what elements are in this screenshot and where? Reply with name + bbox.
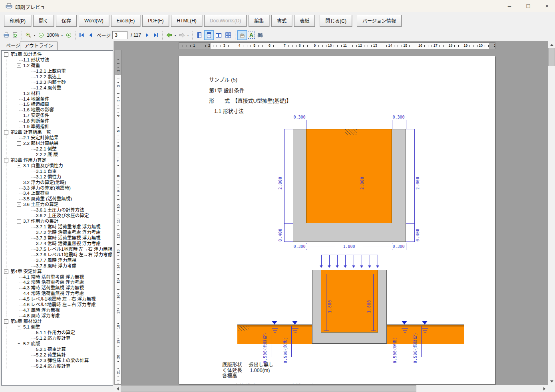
outline-item[interactable]: 3.5 風荷重 (活荷重無視) — [2, 196, 113, 202]
vertical-scrollbar[interactable] — [548, 41, 555, 385]
scroll-down-icon[interactable] — [548, 378, 555, 385]
outline-item[interactable]: 3.7.5 レベル1地震時 左→右 浮力無視 — [2, 247, 113, 252]
collapse-icon[interactable]: − — [17, 325, 21, 329]
outline-item[interactable]: 1.2.1 上載荷重 — [2, 69, 113, 74]
outline-item[interactable]: 1.5 構造細目 — [2, 102, 113, 107]
outline-item[interactable]: 4.1 常時 活荷重考慮 浮力無視 — [2, 275, 113, 280]
outline-item[interactable]: 5.2.3 弾性床上の梁の計算 — [2, 358, 113, 364]
outline-item[interactable]: 1.7 安定条件 — [2, 113, 113, 119]
outline-item[interactable]: 4.6 レベル1地震時 左→右 浮力考慮 — [2, 302, 113, 308]
outline-item[interactable]: 3.7.2 常時 活荷重考慮 浮力考慮 — [2, 230, 113, 236]
zoom-level-caret[interactable]: ▼ — [61, 34, 64, 37]
two-page-view-icon[interactable] — [214, 30, 223, 40]
outline-item[interactable]: 1.2.3 内部土砂 — [2, 80, 113, 85]
outline-item[interactable]: −5.2 底版 — [2, 341, 113, 347]
collapse-icon[interactable]: − — [17, 342, 21, 346]
collapse-icon[interactable]: − — [4, 158, 8, 162]
last-page-icon[interactable] — [152, 30, 160, 40]
maximize-button[interactable]: □ — [519, 0, 537, 12]
outline-item[interactable]: −第4章 安定計算 — [2, 269, 113, 275]
outline-item[interactable]: 1.1 形状寸法 — [2, 57, 113, 63]
outline-item[interactable]: 5.2.1 荷重計算 — [2, 347, 113, 352]
outline-item[interactable]: −3.7 作用力の集計 — [2, 219, 113, 224]
outline-item[interactable]: −第5章 部材設計 — [2, 319, 113, 325]
toolbar-button-表紙[interactable]: 表紙 — [294, 15, 315, 27]
page-number-input[interactable] — [112, 31, 127, 39]
outline-item[interactable]: −第1章 設計条件 — [2, 52, 113, 57]
first-page-icon[interactable] — [78, 30, 86, 40]
outline-item[interactable]: −第3章 作用力算定 — [2, 158, 113, 163]
outline-item[interactable]: 1.8 判断条件 — [2, 119, 113, 124]
scroll-right-icon[interactable] — [541, 385, 548, 392]
zoom-level-value[interactable]: 100% — [47, 30, 59, 40]
outline-item[interactable]: 2.2.1 側壁 — [2, 147, 113, 152]
collapse-icon[interactable]: − — [4, 130, 8, 135]
horizontal-scrollbar[interactable] — [114, 385, 548, 392]
toolbar-button-保存[interactable]: 保存 — [56, 15, 77, 27]
outline-item[interactable]: −2.2 部材計算結果 — [2, 141, 113, 147]
vertical-scroll-thumb[interactable] — [548, 48, 555, 66]
print-icon[interactable] — [2, 30, 10, 40]
outline-item[interactable]: 2.2.2 底 版 — [2, 152, 113, 158]
outline-item[interactable]: 2.1 安定計算結果 — [2, 135, 113, 141]
outline-item[interactable]: 4.3 常時 活荷重無視 浮力無視 — [2, 285, 113, 291]
scroll-up-icon[interactable] — [548, 41, 555, 48]
forward-dropdown-caret[interactable]: ▼ — [187, 34, 189, 37]
outline-item[interactable]: 5.1.1 作用力の算定 — [2, 330, 113, 336]
toolbar-button-書式[interactable]: 書式 — [271, 15, 292, 27]
fit-page-view-icon[interactable] — [204, 30, 214, 40]
toolbar-button-HTML(H)[interactable]: HTML(H) — [171, 15, 202, 27]
toolbar-button-開く[interactable]: 開く — [33, 15, 54, 27]
outline-item[interactable]: 4.8 風時 浮力考慮 — [2, 313, 113, 319]
toolbar-button-閉じる(C)[interactable]: 閉じる(C) — [320, 15, 352, 27]
outline-item[interactable]: 1.2.4 風荷重 — [2, 85, 113, 91]
outline-item[interactable]: 4.7 風時 浮力無視 — [2, 308, 113, 313]
outline-item[interactable]: 3.7.4 常時 活荷重無視 浮力考慮 — [2, 241, 113, 247]
collapse-icon[interactable]: − — [17, 219, 21, 224]
outline-item[interactable]: −3.6 土圧力の算定 — [2, 202, 113, 208]
outline-item[interactable]: 3.7.6 レベル1地震時 左→右 浮力考慮 — [2, 252, 113, 258]
refresh-icon[interactable] — [11, 30, 19, 40]
outline-item[interactable]: 5.2.2 荷重集計 — [2, 352, 113, 358]
outline-item[interactable]: 4.4 常時 活荷重無視 浮力考慮 — [2, 291, 113, 297]
outline-item[interactable]: −1.2 荷重 — [2, 63, 113, 69]
collapse-icon[interactable]: − — [17, 164, 21, 168]
toolbar-button-バージョン情報[interactable]: バージョン情報 — [357, 15, 402, 27]
zoom-dropdown-caret[interactable]: ▼ — [33, 34, 36, 37]
outline-item[interactable]: −3.1 自重及び慣性力 — [2, 163, 113, 169]
outline-item[interactable]: 3.6.2 土圧及び水圧の算定 — [2, 213, 113, 219]
outline-item[interactable]: 3.1.1 自重 — [2, 169, 113, 174]
collapse-icon[interactable]: − — [4, 269, 8, 274]
single-page-view-icon[interactable] — [195, 30, 204, 40]
toolbar-button-Word(W)[interactable]: Word(W) — [79, 15, 109, 27]
splitter[interactable] — [113, 41, 114, 385]
back-icon[interactable] — [165, 30, 173, 40]
outline-item[interactable]: 4.2 常時 活荷重考慮 浮力考慮 — [2, 280, 113, 285]
outline-item[interactable]: 1.2.2 裏込土 — [2, 74, 113, 80]
collapse-icon[interactable]: − — [4, 52, 8, 57]
scroll-left-icon[interactable] — [114, 385, 121, 392]
outline-item[interactable]: 5.2.4 応力度計算 — [2, 364, 113, 369]
collapse-icon[interactable]: − — [4, 319, 8, 324]
outline-item[interactable]: 3.1.2 慣性力 — [2, 174, 113, 180]
next-page-icon[interactable] — [143, 30, 151, 40]
close-button[interactable]: × — [538, 0, 555, 12]
horizontal-scroll-thumb[interactable] — [121, 385, 416, 392]
outline-item[interactable]: 3.7.7 風時 浮力無視 — [2, 258, 113, 263]
hand-tool-icon[interactable] — [237, 30, 247, 40]
outline-item[interactable]: −第2章 計算結果一覧 — [2, 130, 113, 135]
outline-item[interactable]: 3.7.8 風時 浮力考慮 — [2, 263, 113, 269]
zoom-in-icon[interactable] — [24, 30, 32, 40]
collapse-icon[interactable]: − — [17, 63, 21, 68]
outline-item[interactable]: 1.9 準拠指針 — [2, 124, 113, 130]
toolbar-button-Excel(E)[interactable]: Excel(E) — [111, 15, 140, 27]
outline-item[interactable]: 1.6 地震の影響 — [2, 107, 113, 113]
text-select-icon[interactable]: A — [247, 30, 255, 40]
toolbar-button-編集[interactable]: 編集 — [249, 15, 269, 27]
tab-outline[interactable]: アウトライン — [20, 42, 58, 50]
zoom-out-icon[interactable] — [37, 30, 45, 40]
outline-item[interactable]: 3.7.3 常時 活荷重無視 浮力無視 — [2, 236, 113, 241]
outline-item[interactable]: −5.1 側壁 — [2, 325, 113, 330]
outline-item[interactable]: 3.2 浮力の算定(常時) — [2, 180, 113, 186]
outline-item[interactable]: 1.3 材料 — [2, 91, 113, 97]
